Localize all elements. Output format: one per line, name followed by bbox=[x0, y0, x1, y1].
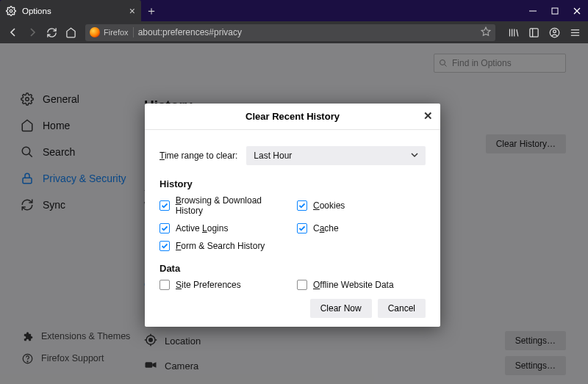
firefox-icon bbox=[90, 27, 100, 37]
checkbox-label: Offline Website Data bbox=[313, 280, 394, 290]
checkbox-form-search[interactable]: Form & Search History bbox=[159, 241, 288, 251]
clear-history-dialog: Clear Recent History ✕ Time range to cle… bbox=[145, 104, 440, 327]
address-bar[interactable]: Firefox about:preferences#privacy bbox=[85, 24, 495, 41]
svg-line-9 bbox=[516, 29, 517, 36]
url-brand: Firefox bbox=[104, 28, 129, 37]
checkbox-cookies[interactable]: Cookies bbox=[297, 195, 426, 216]
home-button[interactable] bbox=[62, 23, 79, 41]
menu-icon[interactable] bbox=[566, 23, 584, 41]
window-controls bbox=[522, 0, 588, 21]
back-button[interactable] bbox=[4, 23, 22, 41]
account-icon[interactable] bbox=[545, 23, 563, 41]
checkbox-offline[interactable]: Offline Website Data bbox=[297, 280, 426, 290]
reload-button[interactable] bbox=[43, 23, 60, 41]
checkbox-label: Site Preferences bbox=[176, 280, 241, 290]
checkbox-active-logins[interactable]: Active Logins bbox=[159, 223, 288, 233]
tab-close-icon[interactable]: × bbox=[129, 5, 135, 17]
group-data-title: Data bbox=[159, 263, 426, 274]
url-text: about:preferences#privacy bbox=[138, 27, 242, 37]
time-range-value: Last Hour bbox=[254, 151, 292, 161]
new-tab-button[interactable]: ＋ bbox=[141, 0, 162, 21]
dialog-titlebar: Clear Recent History ✕ bbox=[145, 104, 440, 130]
checkbox-browsing[interactable]: Browsing & Download History bbox=[159, 195, 288, 216]
dialog-title: Clear Recent History bbox=[245, 111, 340, 122]
checkbox-site-prefs[interactable]: Site Preferences bbox=[159, 280, 288, 290]
checkbox-label: Form & Search History bbox=[176, 241, 265, 251]
sidebar-icon[interactable] bbox=[525, 23, 542, 41]
library-icon[interactable] bbox=[504, 23, 522, 41]
maximize-button[interactable] bbox=[544, 0, 566, 21]
dialog-close-button[interactable]: ✕ bbox=[423, 109, 433, 123]
cancel-button[interactable]: Cancel bbox=[378, 299, 426, 318]
gear-icon bbox=[6, 6, 16, 16]
time-range-label: Time range to clear: bbox=[159, 151, 237, 161]
checkbox-label: Cache bbox=[313, 223, 339, 233]
minimize-button[interactable] bbox=[522, 0, 544, 21]
tab-title: Options bbox=[22, 7, 51, 15]
svg-rect-10 bbox=[529, 28, 537, 36]
navigation-toolbar: Firefox about:preferences#privacy bbox=[0, 21, 588, 43]
svg-rect-2 bbox=[552, 8, 558, 14]
svg-point-13 bbox=[553, 29, 556, 32]
checkbox-label: Browsing & Download History bbox=[176, 195, 288, 216]
window-titlebar: Options × ＋ bbox=[0, 0, 588, 21]
time-range-select[interactable]: Last Hour bbox=[246, 146, 426, 165]
checkbox-label: Cookies bbox=[313, 200, 345, 211]
svg-point-0 bbox=[10, 10, 12, 12]
browser-tab[interactable]: Options × bbox=[0, 0, 141, 21]
checkbox-cache[interactable]: Cache bbox=[297, 223, 426, 233]
bookmark-star-icon[interactable] bbox=[481, 26, 491, 39]
checkbox-label: Active Logins bbox=[176, 223, 228, 233]
close-button[interactable] bbox=[566, 0, 588, 21]
clear-now-button[interactable]: Clear Now bbox=[310, 299, 372, 318]
group-history-title: History bbox=[159, 178, 426, 189]
chevron-down-icon bbox=[411, 151, 418, 161]
svg-marker-5 bbox=[481, 27, 490, 35]
separator bbox=[133, 27, 134, 37]
forward-button[interactable] bbox=[24, 23, 41, 41]
